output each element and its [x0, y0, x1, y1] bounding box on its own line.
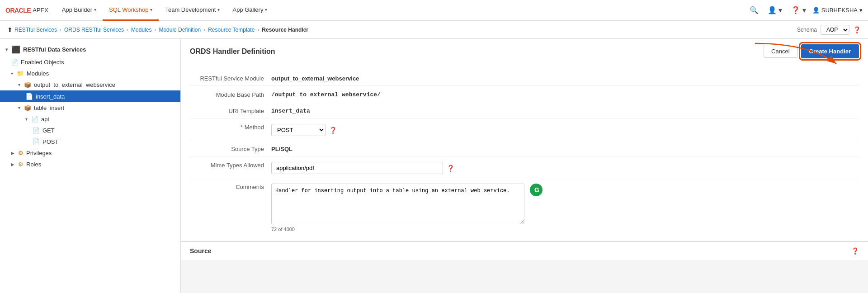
sidebar-privileges[interactable]: ▶ ⚙ Privileges: [0, 147, 180, 159]
help-button[interactable]: ❓ ▾: [788, 3, 808, 17]
sidebar-api-label: api: [41, 116, 49, 123]
sidebar-roles[interactable]: ▶ ⚙ Roles: [0, 159, 180, 170]
source-type-value: PL/SQL: [271, 144, 859, 152]
top-nav: ORACLE APEX App Builder ▾ SQL Workshop ▾…: [0, 0, 868, 21]
mime-row: ❓: [271, 162, 859, 174]
nav-right: 🔍 👤 ▾ ❓ ▾ 👤 SUBHEKSHA ▾: [747, 3, 863, 17]
form-row-restful-module: RESTful Service Module output_to_externa…: [190, 70, 859, 86]
source-header[interactable]: Source ❓: [181, 242, 868, 260]
sidebar-privileges-chevron: ▶: [11, 151, 14, 156]
create-handler-button[interactable]: Create Handler: [801, 44, 859, 58]
nav-sql-workshop-label: SQL Workshop: [109, 6, 148, 13]
user-menu-button[interactable]: 👤 ▾: [765, 3, 785, 17]
insert-data-icon: 📄: [25, 93, 33, 100]
comments-label: Comments: [190, 182, 271, 190]
schema-help-icon[interactable]: ❓: [853, 26, 861, 33]
services-icon: ⬛: [11, 45, 20, 54]
schema-select[interactable]: AOP: [821, 25, 849, 35]
search-button[interactable]: 🔍: [747, 3, 761, 17]
mime-types-input[interactable]: [271, 162, 443, 174]
post-icon: 📄: [33, 138, 40, 145]
method-help-icon[interactable]: ❓: [329, 127, 337, 134]
username-chevron: ▾: [859, 7, 863, 14]
breadcrumb-sep-4: ›: [203, 27, 205, 33]
sidebar-get[interactable]: 📄 GET: [0, 125, 180, 136]
source-help-icon[interactable]: ❓: [851, 247, 859, 255]
username-button[interactable]: 👤 SUBHEKSHA ▾: [812, 7, 863, 14]
username-label: SUBHEKSHA: [821, 7, 858, 14]
nav-sql-workshop-chevron: ▾: [150, 7, 152, 12]
breadcrumb-modules[interactable]: Modules: [131, 27, 151, 33]
form-row-comments: Comments 72 of 4000: [190, 178, 859, 236]
comments-wrapper: 72 of 4000: [271, 184, 859, 232]
nav-app-builder[interactable]: App Builder ▾: [56, 0, 103, 21]
breadcrumb-restful-services[interactable]: RESTful Services: [14, 27, 57, 33]
sidebar: ▾ ⬛ RESTful Data Services 📄 Enabled Obje…: [0, 39, 181, 293]
source-type-label: Source Type: [190, 144, 271, 152]
panel-title: ORDS Handler Definition: [190, 47, 275, 56]
method-select[interactable]: POST: [271, 124, 326, 136]
nav-app-gallery-chevron: ▾: [265, 7, 267, 12]
mime-types-field: ❓: [271, 160, 859, 174]
restful-module-value: output_to_external_webservice: [271, 73, 859, 82]
sidebar-modules-chevron: ▾: [11, 71, 13, 76]
nav-app-gallery-label: App Gallery: [232, 6, 263, 13]
sidebar-table-insert-chevron: ▾: [18, 105, 20, 110]
form-row-source-type: Source Type PL/SQL: [190, 140, 859, 156]
sidebar-services-header[interactable]: ▾ ⬛ RESTful Data Services: [0, 43, 180, 57]
sidebar-table-insert[interactable]: ▾ 📦 table_insert: [0, 102, 180, 113]
get-icon: 📄: [33, 127, 40, 134]
table-insert-icon: 📦: [24, 104, 31, 111]
form-row-base-path: Module Base Path /output_to_external_web…: [190, 86, 859, 102]
breadcrumb-back-icon[interactable]: ⬆: [7, 26, 13, 33]
main-layout: ▾ ⬛ RESTful Data Services 📄 Enabled Obje…: [0, 39, 868, 293]
nav-team-development-chevron: ▾: [217, 7, 220, 12]
uri-template-value: insert_data: [271, 106, 859, 114]
mime-help-icon[interactable]: ❓: [447, 165, 454, 172]
sidebar-services-label: RESTful Data Services: [23, 46, 86, 53]
comments-textarea[interactable]: [271, 184, 524, 224]
method-label: Method: [190, 122, 271, 131]
sidebar-api[interactable]: ▾ 📄 api: [0, 113, 180, 125]
sidebar-modules-label: Modules: [27, 70, 49, 77]
modules-icon: 📁: [17, 70, 24, 77]
user-avatar-icon: 👤: [812, 7, 820, 14]
base-path-value: /output_to_external_webservice/: [271, 90, 859, 98]
content-area: ORDS Handler Definition Cancel Create Ha…: [181, 39, 868, 293]
breadcrumb-sep-5: ›: [257, 27, 259, 33]
sidebar-modules[interactable]: ▾ 📁 Modules: [0, 68, 180, 79]
handler-definition-panel: ORDS Handler Definition Cancel Create Ha…: [181, 39, 868, 241]
breadcrumb-sep-2: ›: [127, 27, 128, 33]
sidebar-api-chevron: ▾: [25, 117, 28, 122]
nav-app-builder-chevron: ▾: [94, 7, 96, 12]
method-row: POST ❓: [271, 124, 859, 136]
base-path-label: Module Base Path: [190, 90, 271, 98]
sidebar-privileges-label: Privileges: [26, 150, 52, 156]
sidebar-output-module[interactable]: ▾ 📦 output_to_external_webservice: [0, 79, 180, 90]
uri-template-label: URI Template: [190, 106, 271, 114]
breadcrumb-resource-template[interactable]: Resource Template: [208, 27, 255, 33]
sidebar-output-module-chevron: ▾: [18, 82, 20, 87]
breadcrumb-right: Schema AOP ❓: [797, 25, 861, 35]
breadcrumb-module-definition[interactable]: Module Definition: [159, 27, 201, 33]
apex-text: APEX: [33, 7, 48, 14]
sidebar-enabled-objects[interactable]: 📄 Enabled Objects: [0, 57, 180, 68]
sidebar-post[interactable]: 📄 POST: [0, 136, 180, 147]
nav-team-development[interactable]: Team Development ▾: [159, 0, 226, 21]
mime-types-label: Mime Types Allowed: [190, 160, 271, 169]
sidebar-output-module-label: output_to_external_webservice: [34, 81, 115, 88]
sidebar-enabled-objects-label: Enabled Objects: [21, 59, 64, 66]
sidebar-get-label: GET: [42, 127, 55, 134]
content-wrapper: ORDS Handler Definition Cancel Create Ha…: [181, 39, 868, 260]
char-count: 72 of 4000: [271, 227, 524, 232]
breadcrumb-resource-handler: Resource Handler: [262, 27, 308, 33]
sidebar-insert-data[interactable]: 📄 insert_data: [0, 90, 180, 102]
comments-container: 72 of 4000: [271, 184, 524, 232]
nav-sql-workshop[interactable]: SQL Workshop ▾: [103, 0, 159, 21]
nav-app-gallery[interactable]: App Gallery ▾: [226, 0, 274, 21]
cancel-button[interactable]: Cancel: [764, 45, 797, 58]
grammarly-icon: [530, 184, 542, 196]
source-title: Source: [190, 247, 211, 255]
breadcrumb-sep-3: ›: [154, 27, 156, 33]
breadcrumb-ords-restful-services[interactable]: ORDS RESTful Services: [64, 27, 124, 33]
